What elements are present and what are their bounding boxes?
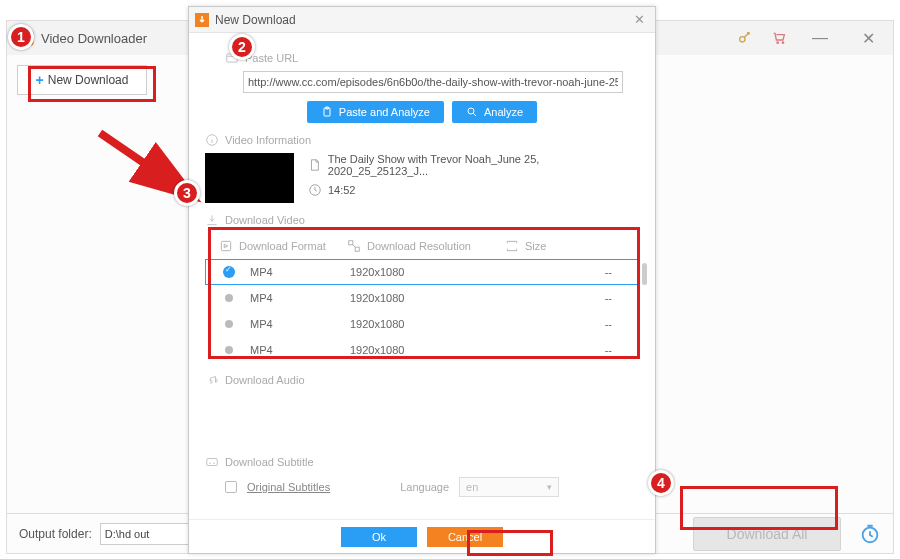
svg-point-1 xyxy=(740,37,745,42)
subtitle-row: Original Subtitles Language en ▾ xyxy=(225,477,639,497)
video-duration-row: 14:52 xyxy=(308,183,639,197)
cart-icon[interactable] xyxy=(771,30,787,46)
row-resolution: 1920x1080 xyxy=(350,344,500,356)
row-size: -- xyxy=(500,266,624,278)
video-info-label: Video Information xyxy=(225,134,311,146)
row-size: -- xyxy=(500,344,624,356)
clipboard-icon xyxy=(321,106,333,118)
format-icon xyxy=(219,239,233,253)
svg-rect-12 xyxy=(349,241,353,245)
url-input[interactable] xyxy=(243,71,623,93)
svg-rect-11 xyxy=(221,241,230,250)
video-info-section-header: Video Information xyxy=(205,133,639,147)
ok-button[interactable]: Ok xyxy=(341,527,417,547)
close-button[interactable]: ✕ xyxy=(853,23,883,53)
scrollbar-thumb[interactable] xyxy=(642,263,647,285)
dialog-icon xyxy=(195,13,209,27)
new-download-dialog: New Download ✕ Paste URL Paste and Analy… xyxy=(188,6,656,554)
row-format: MP4 xyxy=(250,292,350,304)
new-download-button[interactable]: + New Download xyxy=(17,65,147,95)
app-title: Video Downloader xyxy=(41,31,147,46)
schedule-icon[interactable] xyxy=(859,523,881,545)
row-format: MP4 xyxy=(250,266,350,278)
row-resolution: 1920x1080 xyxy=(350,318,500,330)
info-icon xyxy=(205,133,219,147)
download-audio-section-header: Download Audio xyxy=(205,373,639,387)
output-folder-label: Output folder: xyxy=(19,527,92,541)
svg-point-2 xyxy=(777,42,778,43)
subtitle-icon xyxy=(205,455,219,469)
table-row[interactable]: MP41920x1080-- xyxy=(205,285,639,311)
row-size: -- xyxy=(500,292,624,304)
video-duration: 14:52 xyxy=(328,184,356,196)
analyze-label: Analyze xyxy=(484,106,523,118)
paste-url-section-header: Paste URL xyxy=(225,51,639,65)
row-resolution: 1920x1080 xyxy=(350,292,500,304)
video-title: The Daily Show with Trevor Noah_June 25,… xyxy=(328,153,639,177)
annotation-callout-3: 3 xyxy=(174,180,200,206)
table-row[interactable]: MP41920x1080-- xyxy=(205,259,639,285)
table-row[interactable]: MP41920x1080-- xyxy=(205,311,639,337)
clock-icon xyxy=(308,183,322,197)
row-radio[interactable] xyxy=(220,320,238,328)
dialog-title: New Download xyxy=(215,13,296,27)
download-icon xyxy=(205,213,219,227)
video-thumbnail xyxy=(205,153,294,203)
sidebar: + New Download xyxy=(7,55,177,513)
paste-analyze-button[interactable]: Paste and Analyze xyxy=(307,101,444,123)
row-size: -- xyxy=(500,318,624,330)
download-all-button[interactable]: Download All xyxy=(693,517,841,551)
row-radio[interactable] xyxy=(220,294,238,302)
resolution-icon xyxy=(347,239,361,253)
plus-icon: + xyxy=(36,72,44,88)
download-video-table: Download Format Download Resolution Size… xyxy=(205,233,639,363)
audio-icon xyxy=(205,373,219,387)
language-select[interactable]: en ▾ xyxy=(459,477,559,497)
row-radio[interactable] xyxy=(220,266,238,278)
original-subtitles-label: Original Subtitles xyxy=(247,481,330,493)
size-icon xyxy=(505,239,519,253)
language-label: Language xyxy=(400,481,449,493)
language-value: en xyxy=(466,481,478,493)
new-download-label: New Download xyxy=(48,73,129,87)
download-video-section-header: Download Video xyxy=(205,213,639,227)
key-icon[interactable] xyxy=(737,30,753,46)
file-icon xyxy=(308,158,322,172)
cancel-button[interactable]: Cancel xyxy=(427,527,503,547)
download-audio-list xyxy=(205,393,639,433)
download-subtitle-section-header: Download Subtitle xyxy=(205,455,639,469)
col-size-label: Size xyxy=(525,240,546,252)
svg-rect-13 xyxy=(355,247,359,251)
svg-point-3 xyxy=(782,42,783,43)
row-format: MP4 xyxy=(250,318,350,330)
download-audio-label: Download Audio xyxy=(225,374,305,386)
minimize-button[interactable]: — xyxy=(805,23,835,53)
dialog-titlebar: New Download ✕ xyxy=(189,7,655,33)
dialog-footer: Ok Cancel xyxy=(189,519,655,553)
annotation-callout-1: 1 xyxy=(8,24,34,50)
svg-point-8 xyxy=(468,108,474,114)
annotation-callout-4: 4 xyxy=(648,470,674,496)
col-resolution-label: Download Resolution xyxy=(367,240,471,252)
row-radio[interactable] xyxy=(220,346,238,354)
col-format-label: Download Format xyxy=(239,240,326,252)
paste-analyze-label: Paste and Analyze xyxy=(339,106,430,118)
dialog-close-button[interactable]: ✕ xyxy=(630,12,649,27)
analyze-button[interactable]: Analyze xyxy=(452,101,537,123)
row-format: MP4 xyxy=(250,344,350,356)
chevron-down-icon: ▾ xyxy=(547,482,552,492)
search-icon xyxy=(466,106,478,118)
table-row[interactable]: MP41920x1080-- xyxy=(205,337,639,363)
download-video-label: Download Video xyxy=(225,214,305,226)
dialog-body: Paste URL Paste and Analyze Analyze Vide… xyxy=(189,33,655,519)
video-info-row: The Daily Show with Trevor Noah_June 25,… xyxy=(205,153,639,203)
video-title-row: The Daily Show with Trevor Noah_June 25,… xyxy=(308,153,639,177)
annotation-callout-2: 2 xyxy=(229,34,255,60)
svg-rect-14 xyxy=(207,459,218,466)
download-subtitle-label: Download Subtitle xyxy=(225,456,314,468)
table-header: Download Format Download Resolution Size xyxy=(205,233,639,259)
original-subtitles-checkbox[interactable] xyxy=(225,481,237,493)
row-resolution: 1920x1080 xyxy=(350,266,500,278)
